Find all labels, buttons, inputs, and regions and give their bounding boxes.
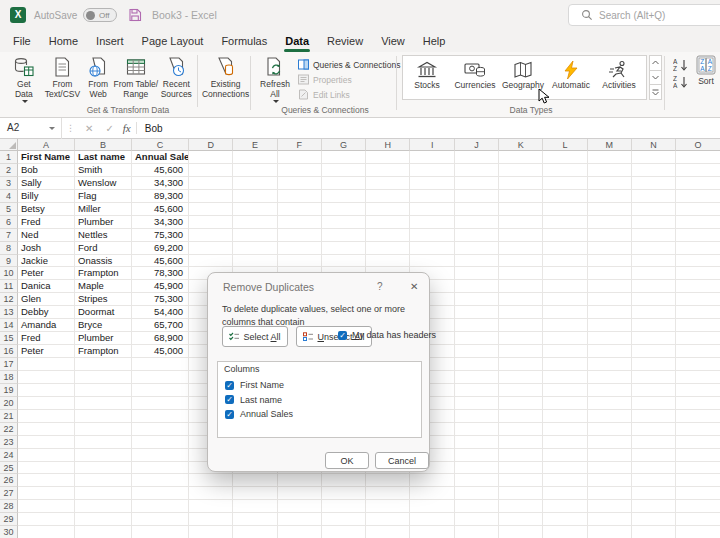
tab-view[interactable]: View [372, 30, 414, 52]
cell-E1[interactable] [233, 151, 277, 164]
cell-J27[interactable] [455, 487, 499, 500]
cancel-button[interactable]: Cancel [375, 452, 429, 469]
column-item-annual-sales[interactable]: Annual Sales [225, 407, 293, 422]
cell-K2[interactable] [499, 164, 543, 177]
ok-button[interactable]: OK [325, 452, 369, 469]
cell-D30[interactable] [189, 526, 233, 538]
cell-C19[interactable] [132, 384, 189, 397]
cell-I29[interactable] [410, 513, 454, 526]
cell-N17[interactable] [632, 358, 676, 371]
cell-K16[interactable] [499, 345, 543, 358]
cell-B21[interactable] [75, 410, 132, 423]
cell-L8[interactable] [543, 242, 587, 255]
cell-C7[interactable]: 75,300 [132, 229, 189, 242]
cell-M24[interactable] [588, 449, 632, 462]
cell-A22[interactable] [18, 423, 75, 436]
cell-J3[interactable] [455, 177, 499, 190]
cell-F28[interactable] [278, 500, 322, 513]
enter-icon[interactable]: ✓ [99, 123, 119, 134]
cell-C17[interactable] [132, 358, 189, 371]
cell-G28[interactable] [322, 500, 366, 513]
cell-O12[interactable] [676, 293, 720, 306]
cell-O10[interactable] [676, 267, 720, 280]
cell-I1[interactable] [410, 151, 454, 164]
cell-C29[interactable] [132, 513, 189, 526]
cell-O30[interactable] [676, 526, 720, 538]
cell-M25[interactable] [588, 462, 632, 475]
cell-B8[interactable]: Ford [75, 242, 132, 255]
cell-H7[interactable] [366, 229, 410, 242]
cell-E3[interactable] [233, 177, 277, 190]
close-icon[interactable]: ✕ [410, 281, 418, 292]
cell-C12[interactable]: 75,300 [132, 293, 189, 306]
cell-D28[interactable] [189, 500, 233, 513]
cell-K27[interactable] [499, 487, 543, 500]
cell-A11[interactable]: Danica [18, 280, 75, 293]
cell-H9[interactable] [366, 255, 410, 268]
cell-J24[interactable] [455, 449, 499, 462]
cell-N7[interactable] [632, 229, 676, 242]
cell-K11[interactable] [499, 280, 543, 293]
cell-E27[interactable] [233, 487, 277, 500]
cell-I8[interactable] [410, 242, 454, 255]
from-text-csv-button[interactable]: From Text/CSV [42, 52, 83, 104]
row-header-11[interactable]: 11 [0, 280, 18, 293]
cell-F26[interactable] [278, 474, 322, 487]
cell-L9[interactable] [543, 255, 587, 268]
cell-A9[interactable]: Jackie [18, 255, 75, 268]
cell-K25[interactable] [499, 462, 543, 475]
cell-A15[interactable]: Fred [18, 332, 75, 345]
column-item-first-name[interactable]: First Name [225, 378, 293, 393]
cell-E4[interactable] [233, 190, 277, 203]
cell-K21[interactable] [499, 410, 543, 423]
activities-button[interactable]: Activities [595, 56, 643, 99]
cell-L24[interactable] [543, 449, 587, 462]
cell-F1[interactable] [278, 151, 322, 164]
cell-M22[interactable] [588, 423, 632, 436]
cell-O29[interactable] [676, 513, 720, 526]
select-all-button[interactable]: Select All [222, 326, 288, 347]
cell-B17[interactable] [75, 358, 132, 371]
cell-M19[interactable] [588, 384, 632, 397]
cell-O26[interactable] [676, 474, 720, 487]
row-header-29[interactable]: 29 [0, 513, 18, 526]
cell-L22[interactable] [543, 423, 587, 436]
tab-data[interactable]: Data [276, 30, 318, 52]
cell-J23[interactable] [455, 436, 499, 449]
cell-C28[interactable] [132, 500, 189, 513]
refresh-all-button[interactable]: Refresh All [256, 52, 294, 104]
cell-K14[interactable] [499, 319, 543, 332]
cell-C6[interactable]: 34,300 [132, 216, 189, 229]
cell-B6[interactable]: Plumber [75, 216, 132, 229]
col-header-K[interactable]: K [499, 139, 543, 151]
cell-C25[interactable] [132, 462, 189, 475]
cell-B13[interactable]: Doormat [75, 306, 132, 319]
cell-L11[interactable] [543, 280, 587, 293]
row-header-24[interactable]: 24 [0, 449, 18, 462]
cell-C30[interactable] [132, 526, 189, 538]
cell-G30[interactable] [322, 526, 366, 538]
cell-I26[interactable] [410, 474, 454, 487]
cell-O7[interactable] [676, 229, 720, 242]
col-header-F[interactable]: F [278, 139, 322, 151]
row-header-10[interactable]: 10 [0, 267, 18, 280]
cell-H4[interactable] [366, 190, 410, 203]
autosave-toggle[interactable]: Off [83, 8, 117, 22]
cell-M26[interactable] [588, 474, 632, 487]
cell-G8[interactable] [322, 242, 366, 255]
cell-N11[interactable] [632, 280, 676, 293]
cell-N28[interactable] [632, 500, 676, 513]
cell-C11[interactable]: 45,900 [132, 280, 189, 293]
cell-F5[interactable] [278, 203, 322, 216]
cell-D29[interactable] [189, 513, 233, 526]
cell-A17[interactable] [18, 358, 75, 371]
cell-J22[interactable] [455, 423, 499, 436]
cell-A7[interactable]: Ned [18, 229, 75, 242]
cell-L15[interactable] [543, 332, 587, 345]
col-header-C[interactable]: C [132, 139, 189, 151]
row-header-23[interactable]: 23 [0, 436, 18, 449]
cell-A26[interactable] [18, 474, 75, 487]
tab-file[interactable]: File [4, 30, 40, 52]
cell-N25[interactable] [632, 462, 676, 475]
cell-L21[interactable] [543, 410, 587, 423]
